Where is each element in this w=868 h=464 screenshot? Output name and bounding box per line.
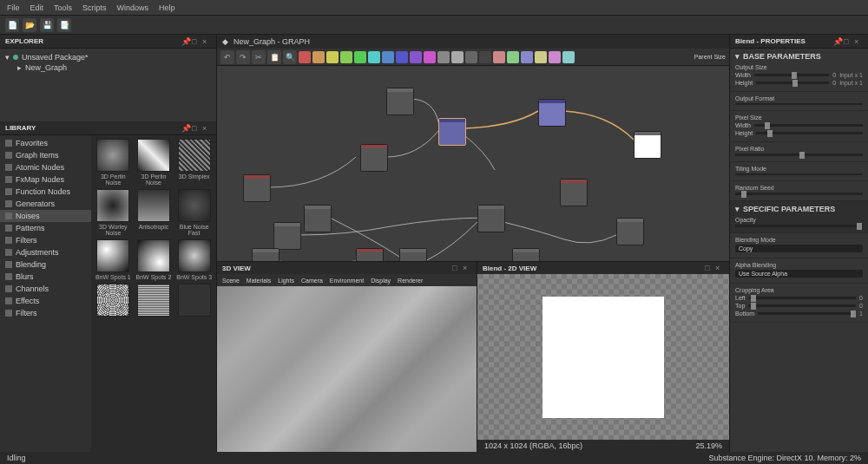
px-height-slider[interactable]	[756, 132, 863, 134]
graph-node[interactable]	[252, 248, 279, 261]
library-category[interactable]: Graph Items	[0, 149, 91, 161]
width-slider[interactable]	[754, 74, 829, 76]
view3d-menu[interactable]: Environment	[330, 278, 364, 284]
pin-icon[interactable]: 📌	[181, 37, 190, 46]
library-category[interactable]: Atomic Nodes	[0, 161, 91, 173]
graph-node[interactable]	[616, 218, 644, 245]
crop-top-slider[interactable]	[748, 304, 856, 307]
menu-edit[interactable]: Edit	[30, 3, 44, 12]
pin-icon[interactable]: 📌	[181, 124, 190, 133]
maximize-icon[interactable]: □	[192, 37, 201, 46]
view3d-menu[interactable]: Lights	[278, 278, 294, 284]
view3d-menu[interactable]: Display	[371, 278, 391, 284]
menu-windows[interactable]: Windows	[117, 3, 149, 12]
graph-node[interactable]	[560, 179, 588, 206]
maximize-icon[interactable]: □	[192, 124, 201, 133]
color-swatch[interactable]	[424, 51, 436, 63]
view3d-menu[interactable]: Materials	[247, 278, 271, 284]
library-item[interactable]: Blue Noise Fast	[175, 189, 213, 236]
graph-tool-icon[interactable]: ↶	[220, 50, 234, 64]
graph-node[interactable]	[538, 99, 566, 127]
blend-mode-dropdown[interactable]: Copy	[735, 245, 863, 252]
output-format-dropdown[interactable]	[735, 103, 863, 105]
view3d-menu[interactable]: Renderer	[398, 278, 423, 284]
library-category[interactable]: Filters	[0, 307, 91, 319]
color-swatch[interactable]	[451, 51, 464, 63]
menu-file[interactable]: File	[7, 3, 20, 12]
tree-item[interactable]: ▸ New_Graph	[5, 62, 211, 73]
graph-node[interactable]	[438, 118, 466, 146]
library-category[interactable]: Favorites	[0, 137, 91, 149]
color-swatch[interactable]	[312, 51, 325, 63]
seed-slider[interactable]	[735, 193, 863, 195]
color-swatch[interactable]	[479, 51, 491, 63]
pin-icon[interactable]: 📌	[833, 37, 842, 46]
tiling-dropdown[interactable]	[735, 173, 863, 175]
color-swatch[interactable]	[535, 51, 547, 63]
color-swatch[interactable]	[396, 51, 408, 63]
library-item[interactable]: BnW Spots 1	[95, 239, 132, 280]
color-swatch[interactable]	[465, 51, 477, 63]
library-category[interactable]: FxMap Nodes	[0, 173, 91, 186]
library-item[interactable]: Anisotropic	[135, 189, 173, 236]
library-category[interactable]: Filters	[0, 234, 91, 246]
library-item[interactable]: 3D Worley Noise	[95, 189, 132, 236]
open-icon[interactable]: 📂	[23, 18, 36, 32]
library-category[interactable]: Blending	[0, 258, 91, 271]
view2d-canvas[interactable]	[477, 274, 729, 440]
close-icon[interactable]: ×	[463, 264, 471, 272]
maximize-icon[interactable]: □	[452, 264, 461, 272]
color-swatch[interactable]	[437, 51, 450, 63]
color-swatch[interactable]	[562, 51, 575, 63]
graph-tool-icon[interactable]: ↷	[236, 50, 250, 64]
menu-scripts[interactable]: Scripts	[82, 3, 107, 12]
graph-node[interactable]	[399, 248, 427, 261]
graph-node[interactable]	[512, 248, 540, 261]
px-width-slider[interactable]	[754, 124, 863, 127]
height-slider[interactable]	[756, 82, 829, 84]
library-category[interactable]: Patterns	[0, 222, 91, 234]
library-item[interactable]: BnW Spots 2	[135, 239, 173, 280]
maximize-icon[interactable]: □	[844, 37, 852, 46]
graph-node[interactable]	[386, 88, 414, 115]
color-swatch[interactable]	[354, 51, 366, 63]
alpha-dropdown[interactable]: Use Source Alpha	[735, 270, 863, 278]
save-all-icon[interactable]: 📑	[57, 18, 71, 32]
library-item[interactable]	[175, 284, 213, 318]
graph-tool-icon[interactable]: 📋	[267, 50, 281, 64]
close-icon[interactable]: ×	[854, 37, 863, 46]
graph-node[interactable]	[273, 222, 301, 250]
graph-node[interactable]	[243, 174, 271, 202]
close-icon[interactable]: ×	[202, 37, 211, 46]
graph-node[interactable]	[360, 144, 388, 172]
color-swatch[interactable]	[493, 51, 505, 63]
menu-help[interactable]: Help	[159, 3, 175, 12]
px-ratio-slider[interactable]	[735, 154, 863, 156]
color-swatch[interactable]	[326, 51, 339, 63]
library-category[interactable]: Noises	[0, 210, 91, 222]
graph-tool-icon[interactable]: ✂	[252, 50, 266, 64]
save-icon[interactable]: 💾	[40, 18, 54, 32]
opacity-slider[interactable]	[735, 225, 863, 227]
color-swatch[interactable]	[410, 51, 422, 63]
graph-canvas[interactable]	[217, 66, 729, 261]
library-category[interactable]: Blurs	[0, 271, 91, 283]
color-swatch[interactable]	[340, 51, 352, 63]
view3d-canvas[interactable]	[217, 286, 477, 452]
library-item[interactable]: 3D Perlin Noise	[135, 139, 173, 186]
library-category[interactable]: Generators	[0, 198, 91, 210]
view3d-menu[interactable]: Camera	[301, 278, 323, 284]
library-item[interactable]	[135, 284, 173, 318]
library-category[interactable]: Function Nodes	[0, 186, 91, 198]
library-category[interactable]: Effects	[0, 295, 91, 307]
color-swatch[interactable]	[507, 51, 519, 63]
color-swatch[interactable]	[521, 51, 533, 63]
color-swatch[interactable]	[299, 51, 311, 63]
new-icon[interactable]: 📄	[5, 18, 19, 32]
view2d-zoom[interactable]: 25.19%	[695, 441, 722, 450]
graph-node[interactable]	[356, 248, 384, 261]
menu-tools[interactable]: Tools	[54, 3, 72, 12]
color-swatch[interactable]	[368, 51, 380, 63]
graph-node[interactable]	[304, 205, 332, 232]
library-item[interactable]: 3D Simplex	[175, 139, 213, 186]
